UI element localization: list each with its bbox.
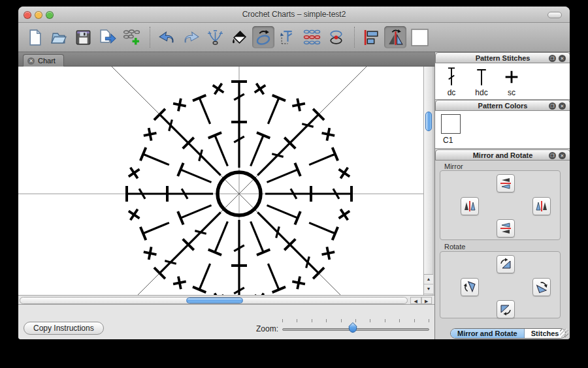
color-label: C1 — [443, 136, 570, 145]
stitch-item-dc[interactable]: dc — [439, 66, 464, 97]
mirror-right-icon — [535, 200, 548, 213]
stitch-label: dc — [448, 88, 456, 97]
titlebar[interactable]: Crochet Charts – simple-test2 — [18, 7, 570, 23]
document-tabbar: ✕ Chart — [18, 52, 434, 67]
mirror-rotate-header[interactable]: Mirror and Rotate ❐ ✕ — [435, 149, 570, 161]
hdc-stitch-icon — [472, 66, 491, 88]
scroll-left-arrow-icon[interactable]: ◀ — [410, 297, 421, 304]
vertical-scrollbar-thumb[interactable] — [425, 112, 432, 131]
rotate-group-box — [440, 251, 561, 318]
close-panel-icon[interactable]: ✕ — [559, 55, 566, 62]
chain-rows-button[interactable] — [301, 26, 323, 48]
open-file-icon — [50, 29, 68, 46]
float-panel-icon[interactable]: ❐ — [549, 152, 556, 159]
app-window: Crochet Charts – simple-test2 ✕ Chart ▲ … — [18, 7, 570, 339]
save-icon — [74, 29, 92, 46]
stitch-mode-button[interactable] — [276, 26, 299, 48]
stitch-fan-button[interactable] — [204, 26, 226, 48]
vertical-scrollbar[interactable]: ▲ ▼ — [423, 67, 433, 295]
fill-bucket-button[interactable] — [228, 26, 250, 48]
rotate-down-icon — [499, 303, 512, 316]
pattern-stitches-list: dchdcsc — [435, 63, 570, 100]
zoom-label: Zoom: — [234, 324, 278, 333]
pattern-stitches-header[interactable]: Pattern Stitches ❐ ✕ — [435, 52, 570, 63]
redo-icon — [182, 29, 200, 46]
rotate-group-label: Rotate — [444, 243, 465, 251]
loops-button[interactable] — [325, 26, 347, 48]
chart-canvas[interactable] — [18, 67, 423, 295]
mirror-left-icon — [463, 200, 476, 213]
statusbar: Copy Instructions Zoom: — [18, 304, 434, 339]
rotate-right-icon — [535, 281, 548, 294]
stitch-item-hdc[interactable]: hdc — [469, 66, 494, 97]
new-document-icon — [26, 29, 44, 46]
horizontal-scrollbar[interactable]: ◀ ▶ — [18, 295, 434, 304]
tab-close-icon[interactable]: ✕ — [27, 57, 35, 65]
export-icon — [99, 29, 116, 46]
background-color-button[interactable] — [408, 26, 431, 48]
horizontal-scrollbar-thumb[interactable] — [186, 298, 243, 303]
scroll-down-arrow-icon[interactable]: ▼ — [424, 284, 433, 294]
save-button[interactable] — [72, 26, 94, 48]
undo-button[interactable] — [155, 26, 178, 48]
mirror-up-icon — [499, 177, 512, 190]
resize-grip[interactable] — [560, 329, 568, 337]
mirror-right-button[interactable] — [532, 197, 551, 215]
crochet-chart-svg[interactable] — [18, 67, 423, 295]
close-panel-icon[interactable]: ✕ — [559, 152, 566, 159]
pattern-colors-header[interactable]: Pattern Colors ❐ ✕ — [435, 100, 570, 111]
rotate-left-button[interactable] — [461, 278, 479, 296]
mirror-button[interactable] — [384, 26, 406, 48]
redo-button[interactable] — [180, 26, 202, 48]
stitch-item-sc[interactable]: sc — [499, 66, 524, 97]
tab-chart[interactable]: ✕ Chart — [23, 54, 64, 67]
vertical-scroll-arrows: ▲ ▼ — [424, 274, 433, 294]
new-document-button[interactable] — [24, 26, 46, 48]
toolbar — [18, 23, 570, 52]
color-swatch-C1[interactable] — [441, 114, 461, 134]
ellipse-tool-icon — [255, 29, 272, 46]
align-button[interactable] — [360, 26, 382, 48]
align-icon — [363, 29, 380, 46]
dock-bottom-tabs: Mirror and Rotate Stitches — [450, 328, 566, 339]
rotate-right-button[interactable] — [532, 278, 551, 296]
ellipse-tool-button[interactable] — [252, 26, 274, 48]
zoom-slider-thumb[interactable] — [348, 322, 357, 333]
fill-bucket-icon — [231, 29, 248, 46]
new-chart-button[interactable] — [120, 26, 142, 48]
horizontal-scroll-arrows: ◀ ▶ — [410, 297, 432, 304]
stitch-fan-icon — [206, 29, 224, 46]
mirror-group-label: Mirror — [444, 162, 463, 170]
rotate-top-button[interactable] — [497, 255, 515, 273]
mirror-rotate-body: Mirror Rotate — [435, 161, 570, 339]
chain-rows-icon — [303, 29, 321, 46]
scroll-up-arrow-icon[interactable]: ▲ — [424, 275, 433, 284]
dc-stitch-icon — [442, 66, 461, 88]
export-button[interactable] — [96, 26, 118, 48]
mirror-down-button[interactable] — [497, 219, 515, 238]
mirror-up-button[interactable] — [497, 174, 515, 192]
background-color-icon — [411, 29, 429, 46]
zoom-slider[interactable] — [282, 319, 429, 336]
pattern-colors-list: C1 — [435, 111, 570, 149]
float-panel-icon[interactable]: ❐ — [549, 102, 556, 110]
horizontal-scrollbar-track[interactable] — [20, 297, 408, 304]
mirror-group-box — [440, 170, 561, 240]
mirror-left-button[interactable] — [461, 197, 479, 215]
stitch-mode-icon — [279, 29, 297, 46]
copy-instructions-button[interactable]: Copy Instructions — [24, 322, 104, 335]
scroll-right-arrow-icon[interactable]: ▶ — [421, 297, 433, 304]
rotate-top-icon — [499, 258, 512, 271]
mirror-icon — [387, 29, 404, 46]
float-panel-icon[interactable]: ❐ — [549, 55, 556, 62]
toolbar-separator — [150, 27, 150, 48]
close-panel-icon[interactable]: ✕ — [559, 102, 566, 110]
mirror-down-icon — [499, 222, 512, 235]
open-file-button[interactable] — [48, 26, 70, 48]
window-title: Crochet Charts – simple-test2 — [18, 10, 570, 19]
rotate-down-button[interactable] — [497, 300, 515, 318]
loops-icon — [327, 29, 345, 46]
dock-tab-mirror-and-rotate[interactable]: Mirror and Rotate — [451, 329, 525, 338]
toolbar-toggle-button[interactable] — [547, 12, 562, 18]
rotate-left-icon — [463, 281, 476, 294]
